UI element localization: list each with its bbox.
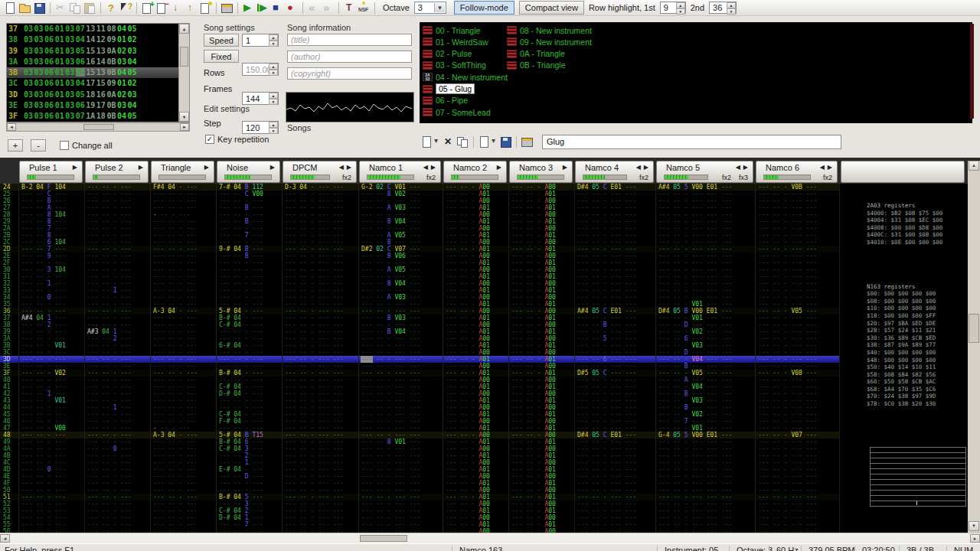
pattern-cell[interactable]: --- -- - --- bbox=[219, 197, 280, 204]
spin-down-icon[interactable]: ▼ bbox=[269, 128, 278, 134]
pattern-cell[interactable]: --- -- - --- --- bbox=[285, 487, 357, 494]
pattern-cell[interactable]: --- -- - --- --- --- bbox=[658, 445, 753, 452]
pattern-cell[interactable]: --- -- - --- --- bbox=[285, 363, 357, 370]
pattern-cell[interactable]: --- -- 8 V06 --- bbox=[361, 253, 441, 259]
frame-pattern-value[interactable]: 03 bbox=[24, 112, 33, 120]
pattern-cell[interactable]: --- -- - --- --- --- bbox=[658, 211, 753, 218]
pattern-cell[interactable]: B-# 04 - --- bbox=[219, 315, 280, 321]
row-highlight-1st-spinner[interactable]: 9 ▲▼ bbox=[660, 2, 686, 14]
remove-instrument-icon[interactable] bbox=[441, 135, 456, 148]
pattern-cell[interactable]: --- -- - --- bbox=[153, 390, 214, 397]
frame-pattern-value[interactable]: 06 bbox=[76, 101, 85, 109]
pattern-cell[interactable]: --- -- 8 --- --- bbox=[361, 239, 441, 246]
pattern-cell[interactable]: --- -- - --- bbox=[153, 466, 214, 473]
pattern-vscrollbar[interactable]: ▲ ▼ bbox=[968, 161, 980, 533]
pattern-cell[interactable]: --- -- 2 --- bbox=[219, 452, 280, 459]
pattern-cell[interactable]: --- -- - A00 bbox=[511, 349, 573, 356]
pattern-cell[interactable]: --- -- - --- --- --- bbox=[658, 473, 753, 480]
pattern-row[interactable]: 30--- -- 3 104--- -- - ------ -- - -----… bbox=[0, 266, 839, 273]
pattern-cell[interactable]: --- -- - --- --- bbox=[577, 404, 654, 411]
pattern-cell[interactable]: --- -- - --- --- bbox=[758, 349, 838, 356]
pattern-cell[interactable]: --- -- - A00 bbox=[511, 253, 573, 259]
pattern-cell[interactable]: --- -- - A00 bbox=[511, 404, 573, 411]
pattern-row[interactable]: 4D--- -- 0 ------ -- - ------ -- - ---E-… bbox=[0, 466, 839, 473]
pattern-cell[interactable]: --- -- - V01 --- --- bbox=[658, 425, 753, 432]
pattern-cell[interactable]: --- -- - --- --- bbox=[285, 370, 357, 377]
remove-frame-icon[interactable] bbox=[155, 2, 169, 15]
pattern-cell[interactable]: 6-# 04 - --- bbox=[219, 342, 280, 349]
load-instrument-menu-icon[interactable] bbox=[492, 135, 498, 148]
frame-pattern-value[interactable]: 03 bbox=[65, 79, 74, 87]
pattern-cell[interactable]: --- -- - --- bbox=[21, 487, 83, 494]
pattern-cell[interactable]: --- -- - --- --- --- bbox=[658, 197, 753, 204]
pattern-cell[interactable]: A-3 04 - --- bbox=[153, 432, 214, 439]
pattern-cell[interactable]: --- -- - --- bbox=[21, 301, 83, 308]
pattern-cell[interactable]: --- -- 9 --- bbox=[21, 253, 83, 259]
pattern-cell[interactable]: --- -- - --- --- bbox=[285, 280, 357, 287]
pattern-cell[interactable]: --- -- - --- bbox=[219, 335, 280, 342]
clone-instrument-icon[interactable] bbox=[456, 135, 470, 148]
add-frame-button[interactable]: + bbox=[8, 139, 23, 152]
scrollbar-thumb[interactable] bbox=[83, 124, 114, 130]
pattern-cell[interactable]: 5-# 04 B T15 bbox=[219, 432, 280, 439]
pattern-cell[interactable]: --- -- - A01 bbox=[511, 411, 573, 418]
pattern-row[interactable]: 3C--- -- - ------ -- - ------ -- - -----… bbox=[0, 349, 839, 356]
pattern-cell[interactable]: --- -- - --- bbox=[21, 521, 83, 528]
pattern-row[interactable]: 31--- -- - ------ -- - ------ -- - -----… bbox=[0, 273, 839, 280]
pattern-cell[interactable]: --- -- - --- --- bbox=[361, 363, 441, 370]
pattern-cell[interactable]: --- -- - --- --- bbox=[577, 466, 654, 473]
pattern-cell[interactable]: --- -- 8 V01 --- bbox=[361, 439, 441, 445]
frame-pattern-value[interactable]: 03 bbox=[34, 24, 44, 33]
pattern-cell[interactable]: --- -- - --- bbox=[87, 218, 149, 225]
pattern-cell[interactable]: --- -- - --- --- bbox=[577, 363, 654, 370]
pattern-cell[interactable]: C-# 04 - --- bbox=[219, 321, 280, 328]
frame-pattern-value[interactable]: 01 bbox=[55, 24, 64, 33]
frame-pattern-value[interactable]: 03 bbox=[65, 47, 74, 55]
frame-pattern-value[interactable]: 03 bbox=[24, 24, 33, 33]
spin-up-icon[interactable]: ▲ bbox=[269, 64, 278, 70]
pattern-cell[interactable]: G-2 02 C V01 --- bbox=[361, 184, 441, 191]
pattern-cell[interactable]: --- -- - --- bbox=[87, 418, 149, 425]
pattern-cell[interactable]: C-# 04 2 --- bbox=[219, 507, 280, 514]
author-field[interactable]: (author) bbox=[287, 51, 412, 63]
pattern-row[interactable]: 51--- -- - ------ -- - ------ -- - ---B-… bbox=[0, 494, 839, 500]
key-repetition-checkbox[interactable]: ✓ Key repetition bbox=[205, 135, 269, 144]
pattern-cell[interactable]: --- -- - --- --- bbox=[758, 397, 838, 404]
pattern-cell[interactable]: --- -- - --- --- bbox=[758, 466, 838, 473]
pattern-cell[interactable]: --- -- - --- --- bbox=[577, 445, 654, 452]
pattern-cell[interactable]: --- -- - A01 bbox=[511, 342, 573, 349]
pattern-cell[interactable]: --- -- - --- --- bbox=[758, 377, 838, 383]
fixed-button[interactable]: Fixed bbox=[204, 50, 239, 63]
pattern-cell[interactable]: --- -- - --- bbox=[87, 411, 149, 418]
pattern-cell[interactable]: --- -- - A01 bbox=[446, 273, 507, 280]
pattern-cell[interactable]: --- -- - --- --- bbox=[361, 377, 441, 383]
about-icon[interactable] bbox=[104, 2, 119, 15]
pattern-cell[interactable]: --- -- - --- bbox=[153, 370, 214, 377]
pattern-row[interactable]: 2B--- -- 8 ------ -- - ------ -- - -----… bbox=[0, 232, 839, 239]
pattern-cell[interactable]: --- -- - --- --- bbox=[285, 294, 357, 301]
pattern-cell[interactable]: --- -- - --- bbox=[219, 239, 280, 246]
pattern-cell[interactable]: --- -- - A00 bbox=[511, 459, 573, 466]
pattern-cell[interactable]: --- -- - --- --- --- bbox=[658, 273, 753, 280]
pattern-cell[interactable]: --- -- - --- --- bbox=[577, 383, 654, 390]
pattern-cell[interactable]: --- -- - A00 bbox=[446, 363, 507, 370]
frame-pattern-value[interactable]: 07 bbox=[76, 24, 85, 33]
pattern-cell[interactable]: --- -- B --- --- bbox=[577, 321, 654, 328]
pattern-cell[interactable]: --- -- - --- bbox=[21, 273, 83, 280]
pattern-row[interactable]: 36--- -- - ------ -- - ---A-3 04 - ---5-… bbox=[0, 308, 839, 315]
pattern-cell[interactable]: --- -- - --- --- bbox=[285, 246, 357, 253]
pattern-cell[interactable]: --- -- - --- --- bbox=[577, 439, 654, 445]
frame-pattern-value[interactable]: 03 bbox=[34, 79, 44, 87]
frame-pattern-value[interactable]: 01 bbox=[117, 35, 126, 44]
frame-list-vscrollbar[interactable]: ▲ ▼ bbox=[178, 24, 189, 122]
pattern-cell[interactable]: --- -- - --- bbox=[87, 273, 149, 280]
pattern-cell[interactable]: --- -- - A00 bbox=[511, 280, 573, 287]
pattern-cell[interactable]: --- -- - --- bbox=[87, 342, 149, 349]
frame-pattern-value[interactable]: 13 bbox=[86, 24, 95, 33]
frame-pattern-value[interactable]: 18 bbox=[86, 90, 95, 99]
load-instrument-icon[interactable] bbox=[477, 135, 492, 148]
spin-down-icon[interactable]: ▼ bbox=[269, 41, 278, 47]
pattern-cell[interactable]: --- -- - --- bbox=[153, 335, 214, 342]
pattern-cell[interactable]: --- -- - A00 bbox=[511, 239, 573, 246]
scroll-up-icon[interactable]: ▲ bbox=[179, 24, 189, 34]
